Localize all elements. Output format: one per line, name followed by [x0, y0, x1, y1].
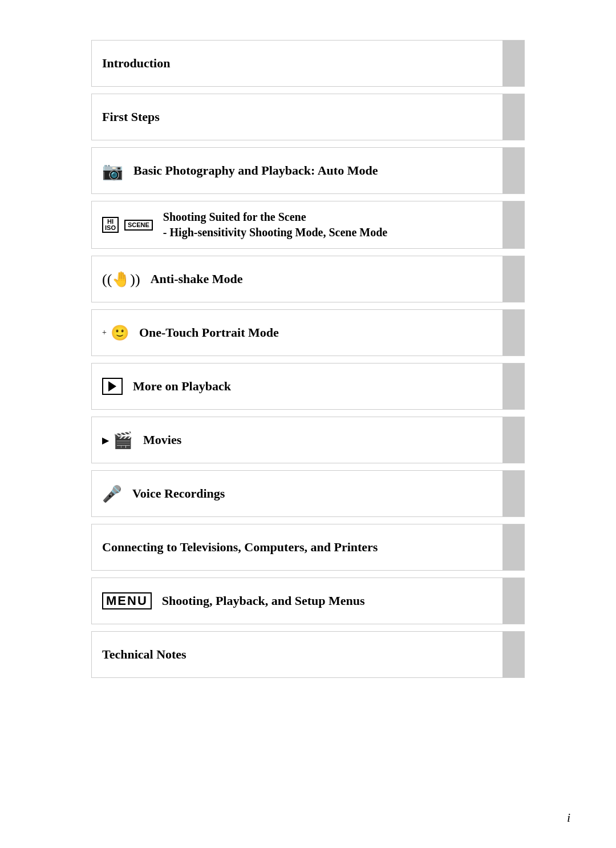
toc-tab-shooting-scene	[502, 201, 524, 248]
menu-icon: MENU	[102, 592, 152, 609]
toc-item-voice-recordings[interactable]: 🎤 Voice Recordings	[91, 470, 525, 517]
toc-label-first-steps: First Steps	[102, 108, 160, 126]
page-container: Introduction First Steps 📷 Basic Photogr…	[0, 0, 616, 848]
toc-label-technical-notes: Technical Notes	[102, 646, 187, 663]
toc-item-first-steps[interactable]: First Steps	[91, 94, 525, 140]
toc-item-introduction[interactable]: Introduction	[91, 40, 525, 87]
toc-item-playback[interactable]: More on Playback	[91, 363, 525, 410]
toc-item-menus[interactable]: MENU Shooting, Playback, and Setup Menus	[91, 578, 525, 624]
camera-icon: 📷	[102, 161, 123, 181]
toc-item-shooting-scene[interactable]: HI ISO SCENE Shooting Suited for the Sce…	[91, 201, 525, 249]
toc-tab-basic-photography	[502, 148, 524, 193]
toc-label-basic-photography: Basic Photography and Playback: Auto Mod…	[133, 162, 378, 179]
toc-label-menus: Shooting, Playback, and Setup Menus	[162, 592, 365, 609]
playback-icon	[102, 378, 123, 395]
toc-item-portrait[interactable]: +🙂 One-Touch Portrait Mode	[91, 309, 525, 356]
toc-label-connecting: Connecting to Televisions, Computers, an…	[102, 539, 378, 556]
mic-icon: 🎤	[102, 484, 122, 503]
table-of-contents: Introduction First Steps 📷 Basic Photogr…	[91, 40, 525, 685]
toc-tab-movies	[502, 417, 524, 463]
toc-tab-connecting	[502, 524, 524, 570]
hi-iso-scene-icon: HI ISO SCENE	[102, 217, 153, 233]
toc-label-playback: More on Playback	[133, 378, 231, 395]
toc-item-movies[interactable]: ▶🎬 Movies	[91, 417, 525, 463]
antishake-icon: ((🤚))	[102, 270, 140, 288]
toc-label-movies: Movies	[143, 431, 181, 449]
toc-tab-voice-recordings	[502, 471, 524, 516]
portrait-icon: +🙂	[102, 324, 129, 342]
toc-item-connecting[interactable]: Connecting to Televisions, Computers, an…	[91, 524, 525, 571]
toc-label-shooting-scene: Shooting Suited for the Scene - High-sen…	[163, 209, 387, 240]
toc-tab-anti-shake	[502, 256, 524, 302]
toc-item-technical-notes[interactable]: Technical Notes	[91, 631, 525, 678]
toc-tab-playback	[502, 364, 524, 409]
toc-label-introduction: Introduction	[102, 55, 170, 72]
toc-label-anti-shake: Anti-shake Mode	[151, 270, 243, 288]
toc-tab-introduction	[502, 41, 524, 86]
toc-tab-portrait	[502, 310, 524, 356]
movie-icon: ▶🎬	[102, 431, 133, 450]
toc-tab-technical-notes	[502, 632, 524, 677]
page-number: i	[567, 810, 570, 825]
toc-item-anti-shake[interactable]: ((🤚)) Anti-shake Mode	[91, 256, 525, 302]
toc-tab-first-steps	[502, 94, 524, 140]
toc-item-basic-photography[interactable]: 📷 Basic Photography and Playback: Auto M…	[91, 147, 525, 194]
toc-tab-menus	[502, 578, 524, 624]
toc-label-portrait: One-Touch Portrait Mode	[139, 324, 279, 341]
toc-label-voice-recordings: Voice Recordings	[132, 485, 225, 502]
